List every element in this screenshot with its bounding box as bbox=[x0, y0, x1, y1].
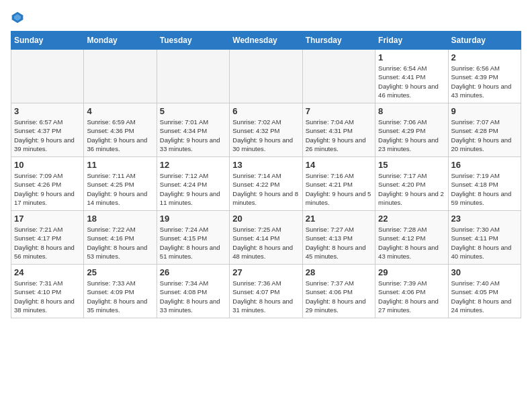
calendar-cell: 24Sunrise: 7:31 AM Sunset: 4:10 PM Dayli… bbox=[11, 265, 84, 318]
day-number: 1 bbox=[378, 52, 445, 62]
day-info: Sunrise: 6:56 AM Sunset: 4:39 PM Dayligh… bbox=[451, 64, 518, 99]
day-info: Sunrise: 7:34 AM Sunset: 4:08 PM Dayligh… bbox=[160, 279, 226, 314]
day-number: 14 bbox=[306, 160, 372, 170]
column-header-tuesday: Tuesday bbox=[157, 32, 229, 50]
day-info: Sunrise: 6:57 AM Sunset: 4:37 PM Dayligh… bbox=[14, 118, 81, 153]
day-info: Sunrise: 6:54 AM Sunset: 4:41 PM Dayligh… bbox=[378, 64, 445, 99]
calendar-cell: 13Sunrise: 7:14 AM Sunset: 4:22 PM Dayli… bbox=[230, 157, 302, 211]
calendar-cell bbox=[157, 50, 229, 103]
calendar-cell bbox=[84, 50, 157, 103]
day-number: 19 bbox=[160, 214, 226, 224]
day-number: 23 bbox=[451, 214, 518, 224]
day-info: Sunrise: 7:31 AM Sunset: 4:10 PM Dayligh… bbox=[14, 279, 81, 314]
day-info: Sunrise: 7:39 AM Sunset: 4:06 PM Dayligh… bbox=[378, 279, 445, 314]
day-info: Sunrise: 7:09 AM Sunset: 4:26 PM Dayligh… bbox=[14, 171, 81, 207]
calendar-week-3: 17Sunrise: 7:21 AM Sunset: 4:17 PM Dayli… bbox=[11, 211, 521, 265]
calendar-cell: 19Sunrise: 7:24 AM Sunset: 4:15 PM Dayli… bbox=[157, 211, 229, 265]
calendar-table: SundayMondayTuesdayWednesdayThursdayFrid… bbox=[11, 31, 521, 318]
day-info: Sunrise: 7:30 AM Sunset: 4:11 PM Dayligh… bbox=[451, 225, 518, 261]
column-header-saturday: Saturday bbox=[448, 32, 521, 50]
day-number: 13 bbox=[232, 160, 299, 170]
day-info: Sunrise: 7:28 AM Sunset: 4:12 PM Dayligh… bbox=[378, 225, 445, 261]
day-number: 29 bbox=[378, 267, 445, 277]
day-info: Sunrise: 7:25 AM Sunset: 4:14 PM Dayligh… bbox=[232, 225, 299, 261]
day-info: Sunrise: 7:14 AM Sunset: 4:22 PM Dayligh… bbox=[232, 171, 299, 207]
calendar-cell: 15Sunrise: 7:17 AM Sunset: 4:20 PM Dayli… bbox=[375, 157, 448, 211]
page-header bbox=[11, 11, 521, 24]
day-number: 27 bbox=[232, 267, 299, 277]
day-info: Sunrise: 7:11 AM Sunset: 4:25 PM Dayligh… bbox=[87, 171, 153, 207]
day-number: 6 bbox=[232, 106, 299, 116]
day-number: 20 bbox=[232, 214, 299, 224]
day-number: 10 bbox=[14, 160, 81, 170]
day-info: Sunrise: 7:19 AM Sunset: 4:18 PM Dayligh… bbox=[451, 171, 518, 207]
day-info: Sunrise: 7:36 AM Sunset: 4:07 PM Dayligh… bbox=[232, 279, 299, 314]
day-number: 30 bbox=[451, 267, 518, 277]
day-number: 5 bbox=[160, 106, 226, 116]
day-info: Sunrise: 7:33 AM Sunset: 4:09 PM Dayligh… bbox=[87, 279, 153, 314]
day-info: Sunrise: 7:01 AM Sunset: 4:34 PM Dayligh… bbox=[160, 118, 226, 153]
calendar-cell: 12Sunrise: 7:12 AM Sunset: 4:24 PM Dayli… bbox=[157, 157, 229, 211]
calendar-cell: 28Sunrise: 7:37 AM Sunset: 4:06 PM Dayli… bbox=[302, 265, 375, 318]
calendar-cell: 7Sunrise: 7:04 AM Sunset: 4:31 PM Daylig… bbox=[302, 103, 375, 157]
calendar-cell: 26Sunrise: 7:34 AM Sunset: 4:08 PM Dayli… bbox=[157, 265, 229, 318]
calendar-cell bbox=[11, 50, 84, 103]
calendar-cell: 16Sunrise: 7:19 AM Sunset: 4:18 PM Dayli… bbox=[448, 157, 521, 211]
day-number: 9 bbox=[451, 106, 518, 116]
calendar-week-0: 1Sunrise: 6:54 AM Sunset: 4:41 PM Daylig… bbox=[11, 50, 521, 103]
day-number: 17 bbox=[14, 214, 81, 224]
calendar-week-4: 24Sunrise: 7:31 AM Sunset: 4:10 PM Dayli… bbox=[11, 265, 521, 318]
calendar-cell bbox=[230, 50, 302, 103]
calendar-cell: 9Sunrise: 7:07 AM Sunset: 4:28 PM Daylig… bbox=[448, 103, 521, 157]
day-number: 21 bbox=[306, 214, 372, 224]
calendar-body: 1Sunrise: 6:54 AM Sunset: 4:41 PM Daylig… bbox=[11, 50, 521, 318]
column-header-friday: Friday bbox=[375, 32, 448, 50]
day-number: 8 bbox=[378, 106, 445, 116]
calendar-cell: 27Sunrise: 7:36 AM Sunset: 4:07 PM Dayli… bbox=[230, 265, 302, 318]
column-header-thursday: Thursday bbox=[302, 32, 375, 50]
day-number: 12 bbox=[160, 160, 226, 170]
logo bbox=[11, 11, 27, 24]
day-info: Sunrise: 7:02 AM Sunset: 4:32 PM Dayligh… bbox=[232, 118, 299, 153]
calendar-cell: 30Sunrise: 7:40 AM Sunset: 4:05 PM Dayli… bbox=[448, 265, 521, 318]
day-info: Sunrise: 6:59 AM Sunset: 4:36 PM Dayligh… bbox=[87, 118, 153, 153]
calendar-cell: 11Sunrise: 7:11 AM Sunset: 4:25 PM Dayli… bbox=[84, 157, 157, 211]
calendar-cell: 18Sunrise: 7:22 AM Sunset: 4:16 PM Dayli… bbox=[84, 211, 157, 265]
calendar-cell: 14Sunrise: 7:16 AM Sunset: 4:21 PM Dayli… bbox=[302, 157, 375, 211]
day-info: Sunrise: 7:40 AM Sunset: 4:05 PM Dayligh… bbox=[451, 279, 518, 314]
calendar-week-1: 3Sunrise: 6:57 AM Sunset: 4:37 PM Daylig… bbox=[11, 103, 521, 157]
day-number: 3 bbox=[14, 106, 81, 116]
day-info: Sunrise: 7:17 AM Sunset: 4:20 PM Dayligh… bbox=[378, 171, 445, 207]
calendar-cell: 8Sunrise: 7:06 AM Sunset: 4:29 PM Daylig… bbox=[375, 103, 448, 157]
day-number: 26 bbox=[160, 267, 226, 277]
day-number: 28 bbox=[306, 267, 372, 277]
column-header-monday: Monday bbox=[84, 32, 157, 50]
day-number: 22 bbox=[378, 214, 445, 224]
calendar-cell: 23Sunrise: 7:30 AM Sunset: 4:11 PM Dayli… bbox=[448, 211, 521, 265]
calendar-cell: 29Sunrise: 7:39 AM Sunset: 4:06 PM Dayli… bbox=[375, 265, 448, 318]
calendar-cell: 3Sunrise: 6:57 AM Sunset: 4:37 PM Daylig… bbox=[11, 103, 84, 157]
column-header-wednesday: Wednesday bbox=[230, 32, 302, 50]
day-info: Sunrise: 7:21 AM Sunset: 4:17 PM Dayligh… bbox=[14, 225, 81, 261]
day-info: Sunrise: 7:22 AM Sunset: 4:16 PM Dayligh… bbox=[87, 225, 153, 261]
day-info: Sunrise: 7:07 AM Sunset: 4:28 PM Dayligh… bbox=[451, 118, 518, 153]
day-info: Sunrise: 7:06 AM Sunset: 4:29 PM Dayligh… bbox=[378, 118, 445, 153]
calendar-cell: 10Sunrise: 7:09 AM Sunset: 4:26 PM Dayli… bbox=[11, 157, 84, 211]
column-header-sunday: Sunday bbox=[11, 32, 84, 50]
calendar-cell: 25Sunrise: 7:33 AM Sunset: 4:09 PM Dayli… bbox=[84, 265, 157, 318]
calendar-header: SundayMondayTuesdayWednesdayThursdayFrid… bbox=[11, 32, 521, 50]
calendar-cell: 5Sunrise: 7:01 AM Sunset: 4:34 PM Daylig… bbox=[157, 103, 229, 157]
day-info: Sunrise: 7:16 AM Sunset: 4:21 PM Dayligh… bbox=[306, 171, 372, 207]
day-info: Sunrise: 7:27 AM Sunset: 4:13 PM Dayligh… bbox=[306, 225, 372, 261]
logo-icon bbox=[11, 11, 24, 24]
day-info: Sunrise: 7:24 AM Sunset: 4:15 PM Dayligh… bbox=[160, 225, 226, 261]
calendar-cell: 1Sunrise: 6:54 AM Sunset: 4:41 PM Daylig… bbox=[375, 50, 448, 103]
day-number: 11 bbox=[87, 160, 153, 170]
calendar-week-2: 10Sunrise: 7:09 AM Sunset: 4:26 PM Dayli… bbox=[11, 157, 521, 211]
day-number: 18 bbox=[87, 214, 153, 224]
calendar-cell: 2Sunrise: 6:56 AM Sunset: 4:39 PM Daylig… bbox=[448, 50, 521, 103]
calendar-cell bbox=[302, 50, 375, 103]
day-number: 24 bbox=[14, 267, 81, 277]
calendar-cell: 20Sunrise: 7:25 AM Sunset: 4:14 PM Dayli… bbox=[230, 211, 302, 265]
day-number: 7 bbox=[306, 106, 372, 116]
